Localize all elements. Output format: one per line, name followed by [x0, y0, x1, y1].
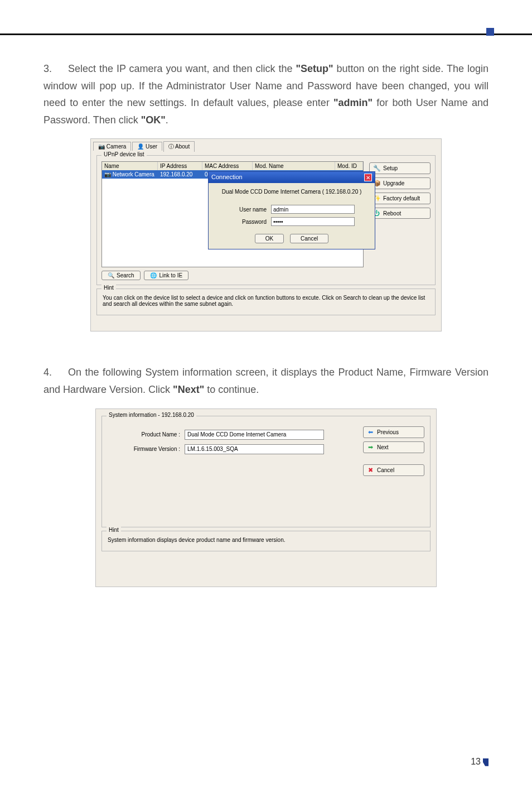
cancel-icon: ✖: [367, 467, 374, 474]
hint-text-2: System information displays device produ…: [108, 537, 424, 543]
step-4-number: 4.: [43, 364, 56, 381]
username-label: User name: [229, 206, 267, 213]
ok-button[interactable]: OK: [255, 234, 284, 243]
setup-button[interactable]: 🔧Setup: [369, 162, 431, 174]
screenshot-system-info: System information - 192.168.0.20 Produc…: [95, 409, 437, 587]
password-input[interactable]: [271, 217, 355, 226]
link-to-ie-button[interactable]: 🌐Link to IE: [144, 271, 188, 280]
screenshot-setup-dialog: 📷 Camera 👤 User ⓘ About UPnP device list…: [90, 138, 442, 331]
hint-text: You can click on the device list to sele…: [103, 295, 429, 307]
arrow-right-icon: ➡: [367, 444, 374, 451]
col-mac[interactable]: MAC Address: [202, 162, 253, 170]
system-info-group: System information - 192.168.0.20 Produc…: [101, 416, 431, 527]
password-label: Password: [229, 219, 267, 225]
cancel-button[interactable]: Cancel: [290, 234, 328, 243]
firmware-version-label: Firmware Version :: [119, 446, 180, 452]
page-corner-mark: [483, 758, 489, 766]
col-name[interactable]: Name: [102, 162, 158, 170]
search-icon: 🔍: [108, 272, 114, 278]
hint-legend: Hint: [101, 285, 116, 291]
tab-user[interactable]: 👤 User: [132, 142, 162, 151]
side-button-column: 🔧Setup 📦Upgrade ✨Factory default ⏻Reboot: [369, 161, 431, 267]
product-name-field: [185, 430, 324, 440]
col-ip[interactable]: IP Address: [158, 162, 202, 170]
tab-camera[interactable]: 📷 Camera: [93, 142, 131, 151]
product-name-label: Product Name :: [119, 431, 180, 438]
group-legend: UPnP device list: [101, 151, 147, 157]
next-button[interactable]: ➡Next: [363, 441, 424, 453]
dialog-titlebar[interactable]: Connection ✕: [209, 172, 375, 183]
step-3-text: 3.Select the IP camera you want, and the…: [43, 60, 489, 128]
hint-legend-2: Hint: [107, 527, 121, 533]
reboot-button[interactable]: ⏻Reboot: [369, 208, 431, 219]
dialog-device-line: Dual Mode CCD Dome Internet Camera ( 192…: [215, 189, 368, 195]
previous-button[interactable]: ⬅Previous: [363, 426, 424, 438]
tab-about[interactable]: ⓘ About: [163, 141, 195, 152]
factory-default-button[interactable]: ✨Factory default: [369, 193, 431, 204]
search-button[interactable]: 🔍Search: [101, 271, 141, 280]
firmware-version-field: [185, 444, 324, 454]
hint-box: Hint You can click on the device list to…: [96, 289, 436, 315]
arrow-left-icon: ⬅: [367, 429, 374, 436]
upgrade-button[interactable]: 📦Upgrade: [369, 177, 431, 189]
close-icon[interactable]: ✕: [364, 174, 372, 181]
page-number: 13: [471, 757, 489, 767]
col-mod-name[interactable]: Mod. Name: [253, 162, 335, 170]
header-rule: [0, 33, 532, 35]
cancel-button-2[interactable]: ✖Cancel: [363, 464, 424, 476]
username-input[interactable]: [271, 205, 355, 214]
sysinfo-legend: System information - 192.168.0.20: [107, 412, 196, 418]
header-corner-mark: [486, 28, 494, 36]
tab-bar: 📷 Camera 👤 User ⓘ About: [91, 139, 441, 152]
ie-icon: 🌐: [150, 272, 157, 278]
step-3-number: 3.: [43, 60, 56, 78]
hint-box-2: Hint System information displays device …: [101, 531, 431, 551]
col-mod-id[interactable]: Mod. ID: [335, 162, 363, 170]
connection-dialog: Connection ✕ Dual Mode CCD Dome Internet…: [208, 171, 375, 249]
step-4-text: 4.On the following System information sc…: [43, 364, 489, 398]
dialog-title: Connection: [211, 174, 243, 181]
column-headers: Name IP Address MAC Address Mod. Name Mo…: [102, 162, 363, 170]
